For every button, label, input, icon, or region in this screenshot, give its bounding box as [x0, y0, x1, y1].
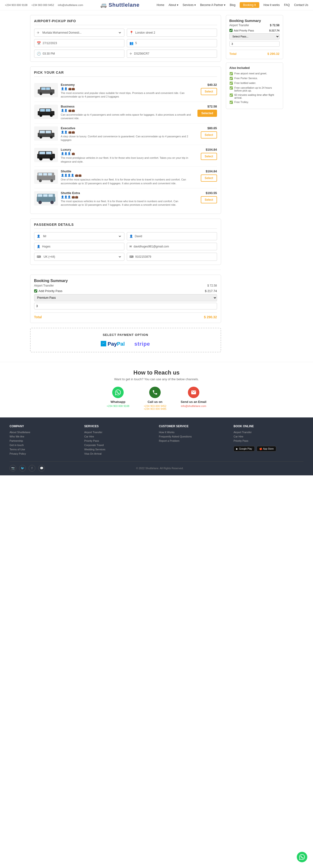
header: +234 903 000 9108 +234 903 000 9452 info… [0, 0, 313, 10]
destination-input[interactable] [135, 31, 215, 34]
passenger-section: PASSENGER DETAILS 👤 Mr Mrs Ms 👤 👤 [30, 219, 221, 265]
car-economy-select-btn[interactable]: Select [201, 88, 217, 95]
check-icon-6: ✅ [229, 101, 233, 104]
footer-link-who[interactable]: Who We Are [9, 435, 80, 438]
pickup-title: AIRPORT-PICKUP INFO [34, 19, 217, 25]
car-shuttle-select-btn[interactable]: Select [201, 175, 217, 182]
app-store-badge[interactable]: 🍎 App Store [257, 446, 276, 452]
phone-icon2: ⌨ [130, 255, 134, 258]
country-select[interactable]: UK (+44) [43, 255, 122, 259]
bsm-pass-select[interactable]: Premium Pass [34, 294, 217, 301]
passengers-field[interactable]: 👥 [127, 39, 217, 47]
phone-svg [152, 390, 158, 395]
google-play-badge[interactable]: ▶ Google Play [233, 446, 255, 452]
phone-field[interactable]: ⌨ [127, 253, 217, 261]
nav-home[interactable]: Home [156, 3, 164, 7]
car-business-desc: Can accommodate up to 4 passengers and c… [61, 113, 195, 120]
person-icon3: 👤 [37, 245, 40, 248]
bs-transfer-label: Airport Transfer [229, 24, 249, 27]
bsm-number-input[interactable] [34, 303, 217, 309]
nav-services[interactable]: Services ▾ [183, 3, 196, 7]
email-input[interactable] [134, 245, 215, 248]
bs-add-pass-checkbox[interactable] [229, 29, 232, 32]
footer-link-terms[interactable]: Terms of Use [9, 448, 80, 451]
footer-link-visa[interactable]: Visa On Arrival [84, 452, 154, 455]
car-business-select-btn[interactable]: Selected [197, 110, 217, 117]
reach-phone-contact1[interactable]: +234 903.000 9452 [144, 405, 166, 407]
social-whatsapp[interactable]: 💬 [38, 465, 45, 471]
car-economy-price: $40.32 [207, 83, 217, 87]
reach-phone-contact2[interactable]: +234 903 000 9485 [144, 407, 166, 410]
title-field[interactable]: 👤 Mr Mrs Ms [34, 232, 124, 240]
nav-blog[interactable]: Blog [230, 3, 235, 7]
footer-link-partnership[interactable]: Partnership [9, 439, 80, 442]
social-twitter[interactable]: 🐦 [19, 465, 26, 471]
footer-link-wedding[interactable]: Wedding Services [84, 448, 154, 451]
whatsapp-icon [112, 387, 124, 398]
airport-field[interactable]: ✈ Murtala Mohammed Domesti... [34, 29, 124, 37]
footer-link-priority[interactable]: Priority Pass [84, 439, 154, 442]
footer-link-faq[interactable]: Frequently Asked Questions [159, 435, 229, 438]
nav-booking[interactable]: Booking It [240, 2, 259, 8]
reach-whatsapp-contact[interactable]: +234 903 000 9108 [107, 405, 130, 407]
last-name-input[interactable] [42, 245, 122, 248]
phone-input[interactable] [135, 255, 215, 258]
country-field[interactable]: ⌨ UK (+44) [34, 253, 124, 261]
car-luxury-select-btn[interactable]: Select [201, 153, 217, 160]
reach-email-contact[interactable]: info@shuttlelane.com [181, 405, 206, 407]
first-name-input[interactable] [135, 235, 215, 238]
bsm-pass-price: $ 217.74 [205, 289, 217, 293]
car-luxury-desc: The most prestigious vehicles in our fle… [61, 156, 195, 163]
person-icon2: 👤 [130, 235, 133, 238]
bs-pass-select[interactable]: Select Pass... [229, 33, 280, 39]
airport-select[interactable]: Murtala Mohammed Domesti... [41, 31, 122, 35]
car-business-image [34, 105, 58, 119]
passengers-input[interactable] [135, 41, 215, 45]
last-name-field[interactable]: 👤 [34, 243, 124, 250]
nav-partner[interactable]: Become A Partner ▾ [200, 3, 225, 7]
bsm-total-row: Total $ 290.32 [34, 312, 217, 319]
time-field[interactable]: 🕐 [34, 50, 124, 58]
nav-how[interactable]: How it works [263, 3, 280, 7]
footer-link-corporate[interactable]: Corporate Travel [84, 444, 154, 446]
footer-link-about[interactable]: About Shuttlelane [9, 431, 80, 434]
paypal-button[interactable]: 🅿 PayPal [101, 341, 125, 347]
footer-link-how[interactable]: How It Works [159, 431, 229, 434]
destination-field[interactable]: 📍 [127, 29, 217, 37]
logo[interactable]: 🚐 Shuttlelane [100, 2, 140, 8]
footer-link-book-car[interactable]: Car Hire [233, 435, 304, 438]
car-executive-desc: A step closer to luxury. Comfort and con… [61, 135, 195, 142]
first-name-field[interactable]: 👤 [127, 232, 217, 240]
footer-link-report[interactable]: Report a Problem [159, 439, 229, 442]
nav-contact[interactable]: Contact Us [294, 3, 308, 7]
flight-input[interactable] [134, 52, 215, 55]
social-facebook[interactable]: f [29, 465, 35, 471]
nav-faq[interactable]: FAQ [284, 3, 290, 7]
svg-point-14 [39, 136, 42, 138]
footer-link-car-hire[interactable]: Car Hire [84, 435, 154, 438]
date-input[interactable] [43, 41, 122, 45]
car-executive-select-btn[interactable]: Select [201, 131, 217, 138]
time-input[interactable] [43, 52, 122, 55]
payment-options: 🅿 PayPal stripe [35, 341, 216, 347]
title-select[interactable]: Mr Mrs Ms [42, 234, 122, 238]
footer-link-airport[interactable]: Airport Transfer [84, 431, 154, 434]
car-shuttle-extra-price: $193.55 [206, 191, 217, 195]
social-instagram[interactable]: 📷 [9, 465, 16, 471]
footer-services-col: SERVICES Airport Transfer Car Hire Prior… [84, 425, 154, 457]
car-business-price: $72.58 [207, 105, 217, 108]
footer-link-book-priority[interactable]: Priority Pass [233, 439, 304, 442]
stripe-button[interactable]: stripe [135, 341, 150, 347]
bs-number-input[interactable] [229, 41, 280, 47]
date-field[interactable]: 📅 [34, 39, 124, 47]
bsm-add-pass-checkbox[interactable] [34, 289, 37, 292]
flight-field[interactable]: ✈ [127, 50, 217, 58]
email-field[interactable]: ✉ [127, 243, 217, 250]
footer-link-privacy[interactable]: Privacy Policy [9, 452, 80, 455]
nav-about[interactable]: About ▾ [169, 3, 178, 7]
footer-link-book-airport[interactable]: Airport Transfer [233, 431, 304, 434]
car-shuttle-extra-select-btn[interactable]: Select [201, 196, 217, 203]
right-column: Booking Summary Airport Transfer $ 72.58… [226, 15, 283, 357]
car-shuttle-svg [36, 171, 56, 183]
footer-link-touch[interactable]: Get in touch [9, 444, 80, 446]
